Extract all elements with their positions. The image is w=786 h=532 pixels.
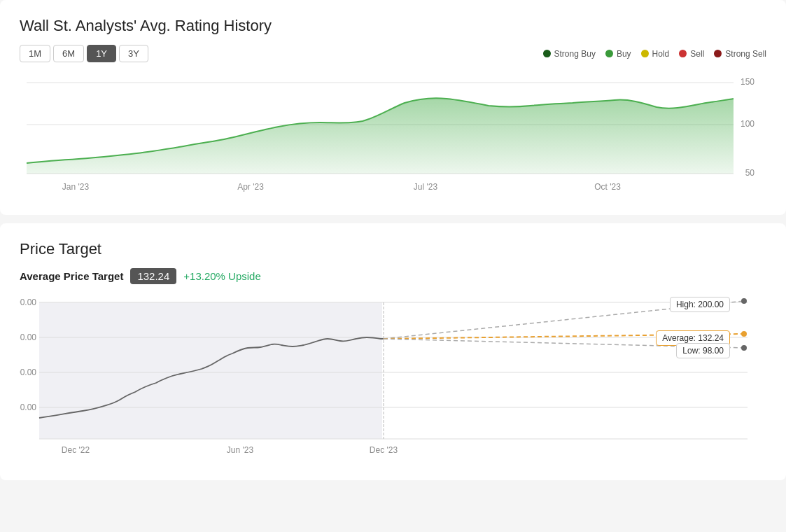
- legend-sell: Sell: [679, 49, 704, 59]
- time-btn-1m[interactable]: 1M: [20, 45, 50, 62]
- sell-dot: [679, 50, 687, 57]
- svg-text:50: 50: [745, 168, 755, 178]
- price-target-header: Average Price Target 132.24 +13.20% Upsi…: [20, 268, 766, 284]
- svg-text:Dec '23: Dec '23: [370, 445, 398, 455]
- svg-rect-10: [39, 302, 382, 439]
- price-target-title: Price Target: [20, 240, 766, 258]
- svg-text:100: 100: [741, 119, 755, 129]
- svg-text:150: 150: [741, 77, 755, 87]
- svg-text:200.00: 200.00: [20, 298, 36, 307]
- time-btn-1y[interactable]: 1Y: [87, 45, 116, 62]
- avg-price-badge: 132.24: [130, 268, 176, 284]
- time-btn-6m[interactable]: 6M: [53, 45, 84, 62]
- legend-buy: Buy: [605, 49, 631, 59]
- svg-text:Jun '23: Jun '23: [227, 445, 254, 455]
- svg-point-24: [741, 298, 747, 304]
- time-button-group: 1M 6M 1Y 3Y: [20, 45, 148, 62]
- legend-label-strong-sell: Strong Sell: [725, 49, 766, 59]
- svg-line-22: [384, 334, 744, 339]
- svg-point-25: [741, 331, 747, 337]
- legend-strong-buy: Strong Buy: [543, 49, 596, 59]
- svg-text:Oct '23: Oct '23: [594, 182, 621, 192]
- legend-label-hold: Hold: [652, 49, 670, 59]
- svg-text:Jan '23: Jan '23: [62, 182, 90, 192]
- svg-text:100.00: 100.00: [20, 368, 36, 377]
- avg-price-label: Average Price Target: [20, 270, 123, 282]
- legend-label-buy: Buy: [617, 49, 631, 59]
- chart-title: Wall St. Analysts' Avg. Rating History: [20, 17, 766, 35]
- price-target-chart: 200.00 150.00 100.00 50.00: [20, 295, 766, 463]
- svg-line-21: [384, 301, 744, 339]
- time-btn-3y[interactable]: 3Y: [119, 45, 148, 62]
- svg-text:150.00: 150.00: [20, 332, 36, 342]
- svg-text:Jul '23: Jul '23: [414, 182, 438, 192]
- svg-text:Dec '22: Dec '22: [62, 445, 90, 455]
- upside-text: +13.20% Upside: [183, 270, 261, 282]
- rating-chart-wrapper: 150 100 50: [20, 72, 766, 201]
- legend-strong-sell: Strong Sell: [714, 49, 766, 59]
- svg-line-23: [384, 339, 744, 348]
- legend-hold: Hold: [641, 49, 670, 59]
- svg-text:50.00: 50.00: [20, 402, 36, 412]
- hold-dot: [641, 50, 649, 57]
- legend-label-strong-buy: Strong Buy: [554, 49, 596, 59]
- svg-point-26: [741, 345, 747, 351]
- chart-legend: Strong Buy Buy Hold Sell Strong Sell: [543, 49, 766, 59]
- svg-text:Apr '23: Apr '23: [237, 182, 264, 192]
- buy-dot: [605, 50, 613, 57]
- strong-sell-dot: [714, 50, 722, 57]
- legend-label-sell: Sell: [690, 49, 704, 59]
- strong-buy-dot: [543, 50, 551, 57]
- rating-chart: 150 100 50: [20, 72, 766, 198]
- price-target-chart-wrapper: 200.00 150.00 100.00 50.00: [20, 295, 766, 466]
